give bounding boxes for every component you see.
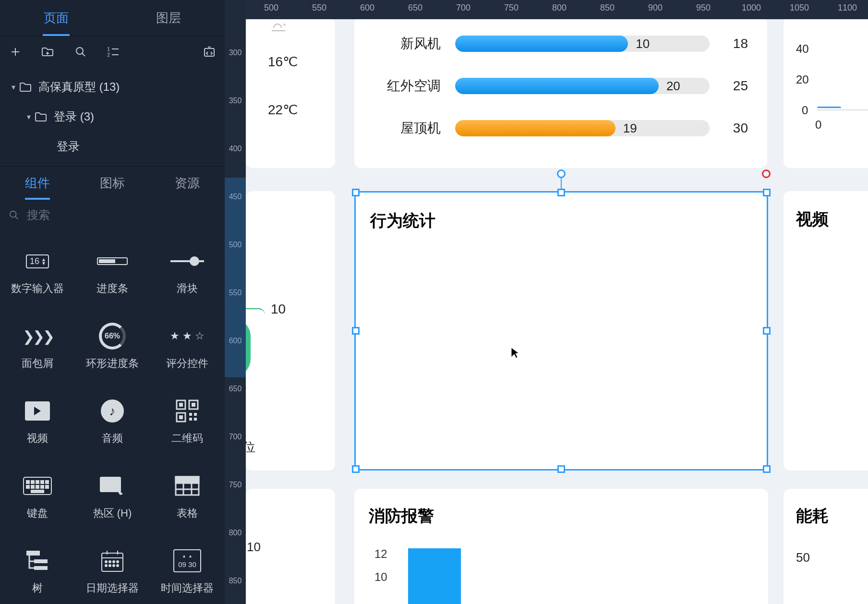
ruler-tick: 1000 [742, 3, 761, 13]
tree-icon [25, 547, 49, 574]
tree-child[interactable]: ▾ 登录 (3) [0, 102, 225, 132]
tab-layer[interactable]: 图层 [112, 0, 225, 36]
rotation-handle[interactable] [557, 169, 566, 178]
component-table[interactable]: 表格 [150, 459, 225, 534]
resize-handle-bm[interactable] [557, 465, 565, 473]
card-title: 消防报警 [369, 505, 434, 527]
resize-handle-tl[interactable] [352, 189, 360, 196]
bar-track: 20 [455, 78, 710, 94]
design-canvas[interactable]: 16℃ 22℃ 新风机 10 18 红外空调 20 25 屋顶机 19 [246, 19, 868, 604]
component-ring-progress[interactable]: 66% 环形进度条 [75, 309, 150, 384]
card-left-mid[interactable]: 10 位 [246, 191, 335, 471]
bar-row: 红外空调 20 25 [381, 75, 748, 97]
rotation-connector [561, 176, 562, 190]
svg-point-39 [109, 565, 111, 567]
y-tick-12: 12 [374, 547, 387, 561]
component-label: 滑块 [177, 281, 198, 296]
resize-handle-tr[interactable] [763, 189, 771, 196]
tab-components[interactable]: 组件 [0, 167, 75, 200]
resize-handle-mr[interactable] [763, 327, 771, 335]
ruler-tick: 800 [225, 529, 246, 537]
component-hotzone[interactable]: 热区 (H) [75, 459, 150, 534]
bar-fill [455, 120, 615, 136]
resize-handle-tm[interactable] [557, 189, 565, 196]
page-toolbar: 12 [0, 36, 225, 67]
tab-resources[interactable]: 资源 [150, 167, 225, 200]
bar-label: 新风机 [381, 35, 441, 53]
bar-value: 10 [636, 36, 650, 51]
card-equipment-bars[interactable]: 新风机 10 18 红外空调 20 25 屋顶机 19 30 [354, 19, 767, 168]
keyboard-icon [23, 472, 52, 499]
card-behavior-statistics-selected[interactable]: 行为统计 [354, 191, 768, 471]
svg-rect-30 [26, 551, 40, 556]
component-grid: 16 ▴▾ 数字输入器 进度条 滑块 ❯❯❯ 面包 [0, 230, 225, 604]
resize-handle-br[interactable] [763, 465, 771, 473]
svg-point-37 [117, 561, 119, 563]
bar-fill [455, 78, 659, 94]
delete-handle[interactable] [762, 169, 771, 178]
secondary-tabs: 组件 图标 资源 [0, 166, 225, 200]
component-slider[interactable]: 滑块 [150, 234, 225, 309]
component-progress-bar[interactable]: 进度条 [75, 234, 150, 309]
tab-icons[interactable]: 图标 [75, 167, 150, 200]
horizontal-ruler[interactable]: 500 550 600 650 700 750 800 850 900 950 … [246, 0, 868, 19]
ruler-tick: 950 [696, 3, 711, 13]
vertical-ruler[interactable]: 300 350 400 450 500 550 600 650 700 750 … [225, 0, 246, 604]
card-energy[interactable]: 能耗 50 [784, 489, 868, 604]
component-label: 时间选择器 [161, 581, 214, 595]
left-sidebar: 页面 图层 12 ▾ 高保真原型 (13) ▾ [0, 0, 225, 604]
card-video-right[interactable]: 视频 [784, 191, 868, 471]
chart-line-segment [817, 107, 841, 109]
svg-text:1: 1 [107, 46, 110, 52]
card-fire-alarm[interactable]: 消防报警 12 10 [354, 489, 768, 604]
card-chart-right[interactable]: 40 20 0 0 [784, 19, 868, 168]
top-tabs: 页面 图层 [0, 0, 225, 36]
table-icon [175, 472, 200, 499]
component-tree[interactable]: 树 [0, 534, 75, 604]
component-qrcode[interactable]: 二维码 [150, 384, 225, 459]
card-left-bottom[interactable]: 10 [246, 489, 335, 604]
value-10: 10 [271, 302, 286, 317]
bar-row: 新风机 10 18 [381, 33, 748, 55]
component-timepicker[interactable]: ▴▴ 09 30 时间选择器 [150, 534, 225, 604]
search-input[interactable] [27, 208, 216, 222]
svg-point-41 [117, 565, 119, 567]
add-icon[interactable] [9, 45, 22, 59]
bar-value: 20 [666, 79, 680, 94]
component-datepicker[interactable]: 日期选择器 [75, 534, 150, 604]
card-temperature[interactable]: 16℃ 22℃ [246, 19, 335, 168]
component-label: 键盘 [27, 506, 48, 520]
tree-leaf-label: 登录 [57, 139, 80, 154]
svg-rect-3 [205, 48, 214, 56]
component-label: 评分控件 [166, 356, 208, 371]
resize-handle-bl[interactable] [352, 465, 360, 473]
component-keyboard[interactable]: 键盘 [0, 459, 75, 534]
x-axis-line [817, 109, 868, 110]
search-icon[interactable] [74, 45, 87, 59]
component-video[interactable]: 视频 [0, 384, 75, 459]
tab-page[interactable]: 页面 [0, 0, 112, 36]
tree-leaf[interactable]: 登录 [0, 132, 225, 161]
green-arc [246, 319, 251, 376]
resize-handle-ml[interactable] [352, 327, 360, 335]
bar-total: 30 [724, 121, 748, 136]
component-breadcrumb[interactable]: ❯❯❯ 面包屑 [0, 309, 75, 384]
svg-rect-25 [46, 485, 48, 488]
svg-rect-19 [41, 481, 44, 483]
ruler-tick: 650 [408, 3, 422, 13]
ruler-tick: 850 [225, 577, 246, 585]
numbered-list-icon[interactable]: 12 [107, 45, 120, 59]
svg-rect-10 [179, 415, 183, 419]
svg-rect-12 [194, 413, 197, 416]
component-rating[interactable]: ★ ★ ☆ 评分控件 [150, 309, 225, 384]
svg-rect-16 [26, 481, 29, 483]
component-audio[interactable]: ♪ 音频 [75, 384, 150, 459]
component-number-input[interactable]: 16 ▴▾ 数字输入器 [0, 234, 75, 309]
svg-rect-18 [36, 481, 39, 483]
ruler-tick: 400 [225, 145, 246, 153]
add-folder-icon[interactable] [41, 45, 55, 59]
ruler-tick: 500 [264, 3, 278, 13]
ruler-tick: 650 [225, 385, 246, 393]
recycle-icon[interactable] [203, 45, 216, 59]
tree-root[interactable]: ▾ 高保真原型 (13) [0, 72, 225, 102]
